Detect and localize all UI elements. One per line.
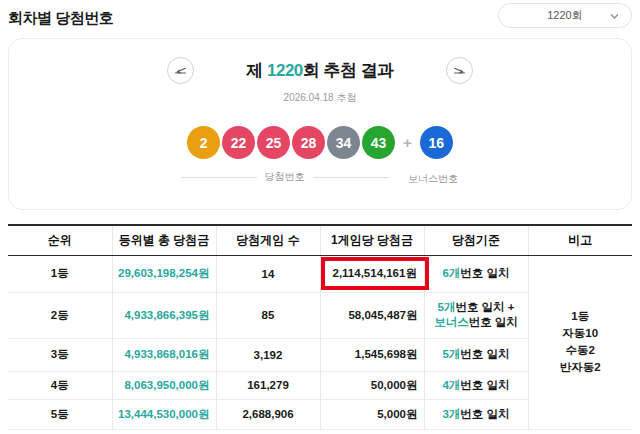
plus-sign: + bbox=[403, 134, 412, 151]
chevron-down-icon bbox=[610, 12, 619, 21]
prize-per-game-cell: 50,000원 bbox=[320, 371, 424, 399]
total-prize-cell: 13,444,530,000원 bbox=[112, 399, 216, 429]
divider-line bbox=[181, 177, 257, 178]
title-prefix: 제 bbox=[246, 61, 267, 80]
divider-line bbox=[313, 177, 389, 178]
bonus-ball: 16 bbox=[420, 126, 453, 159]
header-remarks: 비고 bbox=[528, 225, 632, 255]
top-bar: 회차별 당첨번호 1220회 bbox=[0, 0, 640, 38]
winning-games-cell: 14 bbox=[216, 255, 320, 292]
lotto-ball: 28 bbox=[292, 126, 325, 159]
table-row: 1등29,603,198,254원142,114,514,161원6개번호 일치… bbox=[8, 255, 632, 292]
prize-table: 순위 등위별 총 당첨금 당첨게임 수 1게임당 당첨금 당첨기준 비고 1등2… bbox=[8, 224, 632, 430]
rank-cell: 3등 bbox=[8, 338, 112, 371]
criteria-cell: 5개번호 일치 +보너스번호 일치 bbox=[424, 292, 528, 338]
total-prize-cell: 8,063,950,000원 bbox=[112, 371, 216, 399]
lotto-ball: 43 bbox=[362, 126, 395, 159]
bonus-number-label: 보너스번호 bbox=[408, 173, 458, 184]
lotto-ball: 2 bbox=[187, 126, 220, 159]
total-prize-cell: 4,933,866,395원 bbox=[112, 292, 216, 338]
draw-date: 2026.04.18 추첨 bbox=[9, 91, 631, 105]
title-suffix: 회 추첨 결과 bbox=[303, 61, 394, 80]
arrow-right-icon bbox=[452, 63, 467, 78]
round-selector-value: 1220회 bbox=[547, 8, 582, 23]
criteria-cell: 6개번호 일치 bbox=[424, 255, 528, 292]
prize-table-header-row: 순위 등위별 총 당첨금 당첨게임 수 1게임당 당첨금 당첨기준 비고 bbox=[8, 225, 632, 255]
highlight-red-box: 2,114,514,161원 bbox=[321, 257, 429, 290]
winning-numbers-label: 당첨번호 bbox=[265, 170, 305, 184]
winning-games-cell: 2,688,906 bbox=[216, 399, 320, 429]
winning-games-cell: 3,192 bbox=[216, 338, 320, 371]
remarks-cell: 1등자동10수동2반자동2 bbox=[528, 255, 632, 429]
total-prize-cell: 29,603,198,254원 bbox=[112, 255, 216, 292]
ball-labels-row: 당첨번호 보너스번호 bbox=[9, 168, 631, 186]
lotto-ball: 25 bbox=[257, 126, 290, 159]
criteria-cell: 3개번호 일치 bbox=[424, 399, 528, 429]
header-rank: 순위 bbox=[8, 225, 112, 255]
total-prize-cell: 4,933,868,016원 bbox=[112, 338, 216, 371]
prize-per-game-cell: 5,000원 bbox=[320, 399, 424, 429]
arrow-left-icon bbox=[173, 63, 188, 78]
header-prize-per-game: 1게임당 당첨금 bbox=[320, 225, 424, 255]
rank-cell: 5등 bbox=[8, 399, 112, 429]
header-winning-games: 당첨게임 수 bbox=[216, 225, 320, 255]
lotto-ball: 22 bbox=[222, 126, 255, 159]
winning-balls-group: 22225283443 bbox=[187, 126, 395, 159]
header-total-prize: 등위별 총 당첨금 bbox=[112, 225, 216, 255]
round-selector-dropdown[interactable]: 1220회 bbox=[498, 3, 632, 28]
prize-per-game-cell: 1,545,698원 bbox=[320, 338, 424, 371]
rank-cell: 4등 bbox=[8, 371, 112, 399]
criteria-cell: 4개번호 일치 bbox=[424, 371, 528, 399]
lotto-ball: 34 bbox=[327, 126, 360, 159]
winning-games-cell: 85 bbox=[216, 292, 320, 338]
draw-result-card: 제 1220회 추첨 결과 2026.04.18 추첨 22225283443 … bbox=[8, 38, 632, 210]
prev-round-button[interactable] bbox=[167, 57, 194, 84]
next-round-button[interactable] bbox=[446, 57, 473, 84]
draw-result-title: 제 1220회 추첨 결과 bbox=[246, 59, 394, 82]
rank-cell: 1등 bbox=[8, 255, 112, 292]
winning-numbers-row: 22225283443 + 16 bbox=[9, 126, 631, 159]
header-criteria: 당첨기준 bbox=[424, 225, 528, 255]
criteria-cell: 5개번호 일치 bbox=[424, 338, 528, 371]
winning-games-cell: 161,279 bbox=[216, 371, 320, 399]
rank-cell: 2등 bbox=[8, 292, 112, 338]
title-round-number: 1220 bbox=[267, 61, 303, 80]
prize-per-game-cell: 58,045,487원 bbox=[320, 292, 424, 338]
prize-per-game-cell: 2,114,514,161원 bbox=[320, 255, 424, 292]
